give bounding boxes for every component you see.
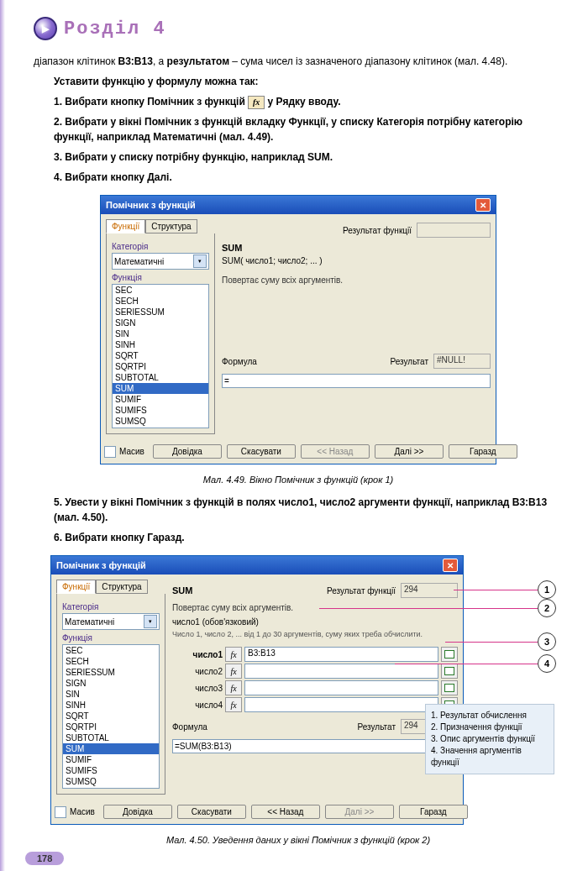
tab-functions[interactable]: Функції: [106, 219, 145, 233]
cancel-button[interactable]: Скасувати: [177, 805, 246, 819]
list-item[interactable]: SUBTOTAL: [113, 372, 208, 383]
list-item[interactable]: SUM: [63, 743, 159, 754]
description: Повертає суму всіх аргументів.: [222, 275, 491, 285]
category-dropdown[interactable]: Математичні ▾: [112, 253, 209, 270]
legend-item: 1. Результат обчислення: [431, 710, 549, 721]
list-item[interactable]: SERIESSUM: [113, 307, 208, 317]
function-listbox[interactable]: SEC SECH SERIESSUM SIGN SIN SINH SQRT SQ…: [112, 284, 209, 428]
fx-icon[interactable]: fx: [225, 680, 242, 695]
step: 1. Вибрати кнопку Помічник з функцій fx …: [54, 94, 563, 109]
array-label: Масив: [70, 807, 95, 816]
list-item[interactable]: SUBTOTAL: [63, 732, 159, 743]
figure-caption: Мал. 4.49. Вікно Помічник з функцій (кро…: [34, 475, 563, 485]
function-listbox[interactable]: SEC SECH SERIESSUM SIGN SIN SINH SQRT SQ…: [62, 644, 160, 789]
list-item[interactable]: SIGN: [63, 678, 159, 689]
list-item[interactable]: SUMIFS: [113, 405, 208, 416]
arg-label: число4: [172, 700, 223, 710]
arg-label: число1: [172, 650, 223, 659]
cancel-button[interactable]: Скасувати: [227, 444, 296, 459]
list-item[interactable]: SECH: [63, 656, 159, 667]
fx-icon[interactable]: fx: [225, 697, 242, 712]
syntax: SUM( число1; число2; ... ): [222, 256, 491, 265]
dialog-title: Помічник з функцій: [56, 560, 146, 570]
arg-input[interactable]: [244, 697, 438, 712]
category-dropdown[interactable]: Математичні ▾: [62, 613, 160, 630]
list-item[interactable]: SUMIF: [113, 394, 208, 405]
function-name: SUM: [172, 585, 192, 596]
paragraph: діапазон клітинок B3:B13, а результатом …: [34, 54, 563, 69]
arg-input[interactable]: [244, 680, 438, 695]
list-item[interactable]: SINH: [113, 339, 208, 350]
list-item[interactable]: SINH: [63, 700, 159, 711]
legend-item: 3. Опис аргументів функції: [431, 733, 549, 745]
result-value: #NULL!: [433, 354, 491, 369]
back-button[interactable]: << Назад: [301, 444, 370, 459]
list-item[interactable]: TAN: [63, 787, 159, 789]
list-item[interactable]: SECH: [113, 296, 208, 307]
list-item[interactable]: SEC: [63, 645, 159, 656]
list-item[interactable]: SEC: [113, 285, 208, 296]
step: 4. Вибрати кнопку Далі.: [54, 170, 563, 185]
tab-structure[interactable]: Структура: [145, 219, 197, 233]
next-button[interactable]: Далі >>: [325, 805, 394, 819]
list-item[interactable]: SUM: [113, 383, 208, 394]
list-item[interactable]: SIGN: [113, 317, 208, 328]
result-label: Результат функції: [343, 226, 412, 235]
result-label: Результат: [358, 722, 396, 732]
chevron-down-icon[interactable]: ▾: [144, 615, 157, 628]
ok-button[interactable]: Гаразд: [449, 444, 517, 459]
fx-icon[interactable]: fx: [225, 664, 242, 679]
back-button[interactable]: << Назад: [251, 805, 320, 819]
fx-icon[interactable]: fx: [225, 647, 242, 662]
dialog-title: Помічник з функцій: [106, 200, 196, 210]
result-field: 294: [401, 583, 458, 598]
step: 2. Вибрати у вікні Помічник з функцій вк…: [54, 114, 563, 144]
formula-label: Формула: [222, 357, 257, 366]
callout: 1: [454, 580, 556, 599]
step: 5. Увести у вікні Помічник з функцій в п…: [54, 495, 563, 525]
list-item[interactable]: SERIESSUM: [63, 667, 159, 678]
help-button[interactable]: Довідка: [103, 805, 172, 819]
callout: 4: [395, 654, 556, 673]
formula-input[interactable]: =SUM(B3:B13): [172, 739, 458, 753]
formula-input[interactable]: =: [222, 374, 491, 388]
result-label: Результат: [391, 357, 428, 366]
list-item[interactable]: SIN: [63, 689, 159, 700]
list-item[interactable]: SQRT: [113, 350, 208, 361]
result-label: Результат функції: [327, 586, 396, 596]
chapter-header: ▶ Розділ 4: [34, 17, 563, 40]
next-button[interactable]: Далі >>: [375, 444, 444, 459]
chevron-down-icon[interactable]: ▾: [193, 254, 207, 268]
list-item[interactable]: SQRTPI: [63, 721, 159, 732]
legend-item: 4. Значення аргументів функції: [431, 745, 549, 769]
formula-label: Формула: [172, 722, 207, 732]
range-picker-icon[interactable]: [441, 680, 458, 695]
function-wizard-dialog: Помічник з функцій ✕ Функції Структура К…: [100, 195, 496, 464]
list-item[interactable]: SQRT: [63, 711, 159, 721]
function-label: Функція: [62, 633, 160, 643]
tab-functions[interactable]: Функції: [56, 580, 96, 594]
tab-structure[interactable]: Структура: [96, 580, 147, 594]
close-icon[interactable]: ✕: [443, 559, 458, 572]
titlebar: Помічник з функцій ✕: [101, 196, 496, 214]
list-item[interactable]: SUMIF: [63, 754, 159, 765]
ok-button[interactable]: Гаразд: [399, 805, 468, 819]
list-item[interactable]: TAN: [113, 427, 208, 428]
close-icon[interactable]: ✕: [475, 198, 491, 212]
list-item[interactable]: SQRTPI: [113, 361, 208, 372]
result-field: [417, 223, 491, 238]
array-checkbox[interactable]: [55, 806, 66, 818]
titlebar: Помічник з функцій ✕: [51, 556, 463, 575]
list-item[interactable]: SIN: [113, 328, 208, 339]
list-item[interactable]: SUMSQ: [113, 416, 208, 427]
callout: 2: [319, 599, 556, 617]
list-item[interactable]: SUMSQ: [63, 776, 159, 787]
callout: 3: [445, 632, 556, 651]
step: 3. Вибрати у списку потрібну функцію, на…: [54, 150, 563, 165]
paragraph: Уставити функцію у формулу можна так:: [54, 74, 563, 89]
function-name: SUM: [222, 243, 491, 253]
list-item[interactable]: SUMIFS: [63, 765, 159, 776]
help-button[interactable]: Довідка: [153, 444, 222, 459]
category-label: Категорія: [62, 602, 160, 611]
array-checkbox[interactable]: [104, 446, 116, 458]
